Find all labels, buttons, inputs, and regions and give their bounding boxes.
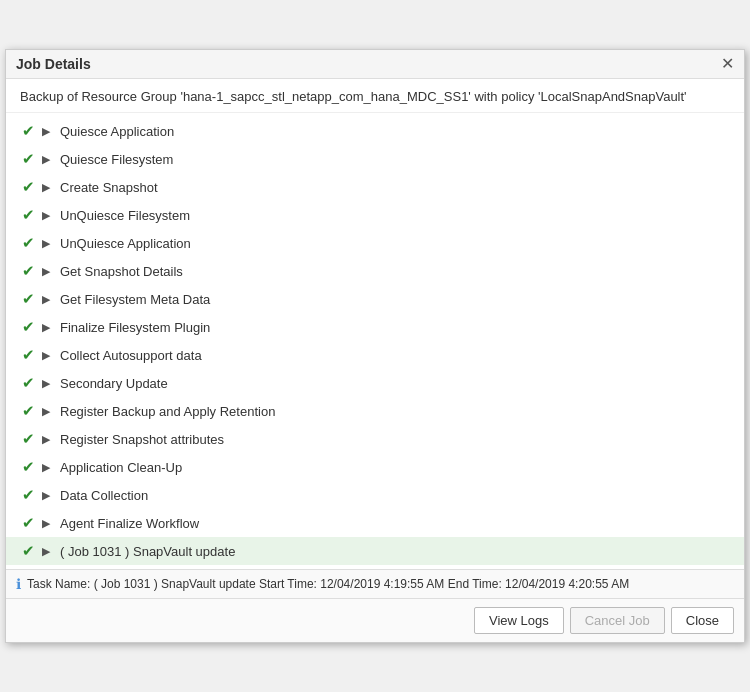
task-label: UnQuiesce Application [60, 236, 191, 251]
expand-arrow-icon[interactable]: ▶ [42, 517, 58, 530]
content-area: ✔▶Quiesce Application✔▶Quiesce Filesyste… [6, 113, 744, 569]
check-icon: ✔ [14, 122, 42, 140]
task-row[interactable]: ✔▶Agent Finalize Workflow [6, 509, 744, 537]
task-row[interactable]: ✔▶Application Clean-Up [6, 453, 744, 481]
dialog-footer: View Logs Cancel Job Close [6, 598, 744, 642]
task-label: UnQuiesce Filesystem [60, 208, 190, 223]
cancel-job-button[interactable]: Cancel Job [570, 607, 665, 634]
task-label: Register Snapshot attributes [60, 432, 224, 447]
task-label: Get Filesystem Meta Data [60, 292, 210, 307]
task-row[interactable]: ✔▶UnQuiesce Application [6, 229, 744, 257]
task-row[interactable]: ✔▶Quiesce Filesystem [6, 145, 744, 173]
task-label: ( Job 1031 ) SnapVault update [60, 544, 235, 559]
expand-arrow-icon[interactable]: ▶ [42, 293, 58, 306]
view-logs-button[interactable]: View Logs [474, 607, 564, 634]
task-label: Collect Autosupport data [60, 348, 202, 363]
check-icon: ✔ [14, 374, 42, 392]
task-label: Create Snapshot [60, 180, 158, 195]
task-label: Application Clean-Up [60, 460, 182, 475]
task-label: Quiesce Filesystem [60, 152, 173, 167]
task-row[interactable]: ✔▶Finalize Filesystem Plugin [6, 313, 744, 341]
task-row[interactable]: ✔▶Register Backup and Apply Retention [6, 397, 744, 425]
check-icon: ✔ [14, 150, 42, 168]
task-label: Get Snapshot Details [60, 264, 183, 279]
status-bar: ℹ Task Name: ( Job 1031 ) SnapVault upda… [6, 569, 744, 598]
info-icon: ℹ [16, 576, 21, 592]
task-row[interactable]: ✔▶UnQuiesce Filesystem [6, 201, 744, 229]
task-row[interactable]: ✔▶Data Collection [6, 481, 744, 509]
check-icon: ✔ [14, 178, 42, 196]
expand-arrow-icon[interactable]: ▶ [42, 461, 58, 474]
task-row[interactable]: ✔▶Create Snapshot [6, 173, 744, 201]
backup-description: Backup of Resource Group 'hana-1_sapcc_s… [6, 79, 744, 113]
check-icon: ✔ [14, 318, 42, 336]
task-row[interactable]: ✔▶Get Snapshot Details [6, 257, 744, 285]
check-icon: ✔ [14, 402, 42, 420]
expand-arrow-icon[interactable]: ▶ [42, 265, 58, 278]
expand-arrow-icon[interactable]: ▶ [42, 321, 58, 334]
expand-arrow-icon[interactable]: ▶ [42, 489, 58, 502]
check-icon: ✔ [14, 206, 42, 224]
close-button[interactable]: Close [671, 607, 734, 634]
task-list[interactable]: ✔▶Quiesce Application✔▶Quiesce Filesyste… [6, 113, 744, 569]
check-icon: ✔ [14, 514, 42, 532]
check-icon: ✔ [14, 262, 42, 280]
expand-arrow-icon[interactable]: ▶ [42, 181, 58, 194]
expand-arrow-icon[interactable]: ▶ [42, 405, 58, 418]
task-row[interactable]: ✔▶Quiesce Application [6, 117, 744, 145]
expand-arrow-icon[interactable]: ▶ [42, 545, 58, 558]
task-row[interactable]: ✔▶Collect Autosupport data [6, 341, 744, 369]
check-icon: ✔ [14, 486, 42, 504]
task-label: Quiesce Application [60, 124, 174, 139]
expand-arrow-icon[interactable]: ▶ [42, 377, 58, 390]
check-icon: ✔ [14, 346, 42, 364]
expand-arrow-icon[interactable]: ▶ [42, 153, 58, 166]
task-row[interactable]: ✔▶( Job 1031 ) SnapVault update [6, 537, 744, 565]
check-icon: ✔ [14, 234, 42, 252]
expand-arrow-icon[interactable]: ▶ [42, 349, 58, 362]
dialog-title: Job Details [16, 56, 91, 72]
expand-arrow-icon[interactable]: ▶ [42, 125, 58, 138]
task-row[interactable]: ✔▶Secondary Update [6, 369, 744, 397]
task-row[interactable]: ✔▶Register Snapshot attributes [6, 425, 744, 453]
task-label: Data Collection [60, 488, 148, 503]
expand-arrow-icon[interactable]: ▶ [42, 209, 58, 222]
task-row[interactable]: ✔▶Get Filesystem Meta Data [6, 285, 744, 313]
expand-arrow-icon[interactable]: ▶ [42, 433, 58, 446]
close-icon[interactable]: ✕ [721, 56, 734, 72]
dialog-titlebar: Job Details ✕ [6, 50, 744, 79]
check-icon: ✔ [14, 542, 42, 560]
status-bar-text: Task Name: ( Job 1031 ) SnapVault update… [27, 577, 629, 591]
check-icon: ✔ [14, 430, 42, 448]
check-icon: ✔ [14, 458, 42, 476]
task-label: Finalize Filesystem Plugin [60, 320, 210, 335]
dialog-body: Backup of Resource Group 'hana-1_sapcc_s… [6, 79, 744, 642]
task-label: Agent Finalize Workflow [60, 516, 199, 531]
job-details-dialog: Job Details ✕ Backup of Resource Group '… [5, 49, 745, 643]
expand-arrow-icon[interactable]: ▶ [42, 237, 58, 250]
task-label: Secondary Update [60, 376, 168, 391]
check-icon: ✔ [14, 290, 42, 308]
task-label: Register Backup and Apply Retention [60, 404, 275, 419]
